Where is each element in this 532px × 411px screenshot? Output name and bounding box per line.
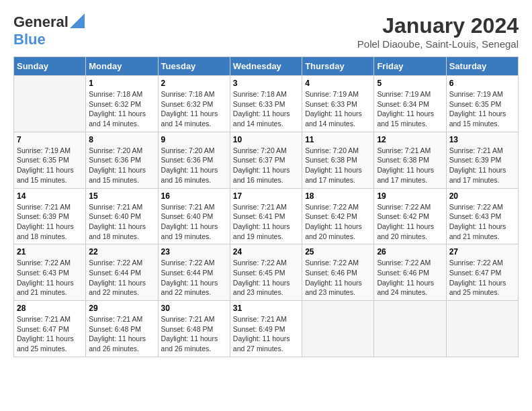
calendar-cell: 23Sunrise: 7:22 AMSunset: 6:44 PMDayligh… bbox=[158, 244, 230, 301]
calendar-week-row: 1Sunrise: 7:18 AMSunset: 6:32 PMDaylight… bbox=[14, 76, 519, 132]
day-info: Sunrise: 7:21 AMSunset: 6:48 PMDaylight:… bbox=[89, 314, 154, 354]
day-info: Sunrise: 7:19 AMSunset: 6:35 PMDaylight:… bbox=[17, 146, 83, 185]
header-sunday: Sunday bbox=[14, 57, 86, 76]
page-header: General Blue January 2024 Polel Diaoube,… bbox=[13, 13, 519, 50]
calendar-cell: 30Sunrise: 7:21 AMSunset: 6:48 PMDayligh… bbox=[158, 301, 230, 357]
calendar-cell: 3Sunrise: 7:18 AMSunset: 6:33 PMDaylight… bbox=[230, 76, 302, 132]
day-info: Sunrise: 7:22 AMSunset: 6:42 PMDaylight:… bbox=[377, 202, 443, 242]
calendar-cell bbox=[14, 76, 86, 132]
day-number: 16 bbox=[161, 191, 227, 201]
day-number: 11 bbox=[305, 135, 371, 144]
calendar-cell: 1Sunrise: 7:18 AMSunset: 6:32 PMDaylight… bbox=[86, 76, 158, 132]
day-info: Sunrise: 7:18 AMSunset: 6:32 PMDaylight:… bbox=[161, 89, 227, 129]
logo-triangle-icon bbox=[70, 13, 85, 31]
calendar-cell: 27Sunrise: 7:22 AMSunset: 6:47 PMDayligh… bbox=[446, 244, 518, 301]
day-number: 4 bbox=[305, 79, 371, 88]
weekday-header-row: Sunday Monday Tuesday Wednesday Thursday… bbox=[14, 57, 519, 76]
day-number: 15 bbox=[89, 191, 154, 201]
day-number: 25 bbox=[305, 247, 371, 257]
day-number: 22 bbox=[89, 247, 154, 257]
calendar-cell: 22Sunrise: 7:22 AMSunset: 6:44 PMDayligh… bbox=[86, 244, 158, 301]
day-info: Sunrise: 7:22 AMSunset: 6:43 PMDaylight:… bbox=[17, 258, 83, 298]
day-info: Sunrise: 7:22 AMSunset: 6:46 PMDaylight:… bbox=[305, 258, 371, 298]
day-info: Sunrise: 7:21 AMSunset: 6:38 PMDaylight:… bbox=[377, 146, 443, 185]
calendar-table: Sunday Monday Tuesday Wednesday Thursday… bbox=[13, 56, 519, 357]
day-info: Sunrise: 7:22 AMSunset: 6:47 PMDaylight:… bbox=[449, 258, 515, 298]
day-info: Sunrise: 7:22 AMSunset: 6:45 PMDaylight:… bbox=[233, 258, 299, 298]
header-tuesday: Tuesday bbox=[158, 57, 230, 76]
logo-blue: Blue bbox=[13, 31, 46, 48]
calendar-cell bbox=[446, 301, 518, 357]
day-info: Sunrise: 7:22 AMSunset: 6:42 PMDaylight:… bbox=[305, 202, 371, 242]
day-info: Sunrise: 7:20 AMSunset: 6:36 PMDaylight:… bbox=[161, 146, 227, 185]
day-number: 17 bbox=[233, 191, 299, 201]
day-number: 30 bbox=[161, 304, 227, 313]
svg-marker-0 bbox=[70, 13, 85, 28]
calendar-cell: 19Sunrise: 7:22 AMSunset: 6:42 PMDayligh… bbox=[374, 188, 446, 244]
day-number: 26 bbox=[377, 247, 443, 257]
calendar-title: January 2024 bbox=[357, 13, 519, 38]
calendar-week-row: 7Sunrise: 7:19 AMSunset: 6:35 PMDaylight… bbox=[14, 132, 519, 188]
header-saturday: Saturday bbox=[446, 57, 518, 76]
calendar-cell bbox=[302, 301, 374, 357]
day-info: Sunrise: 7:20 AMSunset: 6:37 PMDaylight:… bbox=[233, 146, 299, 185]
logo-general: General bbox=[13, 13, 69, 31]
calendar-cell: 11Sunrise: 7:20 AMSunset: 6:38 PMDayligh… bbox=[302, 132, 374, 188]
day-number: 14 bbox=[17, 191, 83, 201]
day-info: Sunrise: 7:22 AMSunset: 6:44 PMDaylight:… bbox=[161, 258, 227, 298]
calendar-cell: 2Sunrise: 7:18 AMSunset: 6:32 PMDaylight… bbox=[158, 76, 230, 132]
day-number: 29 bbox=[89, 304, 154, 313]
day-info: Sunrise: 7:21 AMSunset: 6:48 PMDaylight:… bbox=[161, 314, 227, 354]
day-number: 21 bbox=[17, 247, 83, 257]
day-info: Sunrise: 7:21 AMSunset: 6:41 PMDaylight:… bbox=[233, 202, 299, 242]
day-info: Sunrise: 7:22 AMSunset: 6:44 PMDaylight:… bbox=[89, 258, 154, 298]
calendar-cell: 28Sunrise: 7:21 AMSunset: 6:47 PMDayligh… bbox=[14, 301, 86, 357]
calendar-body: 1Sunrise: 7:18 AMSunset: 6:32 PMDaylight… bbox=[14, 76, 519, 357]
day-info: Sunrise: 7:20 AMSunset: 6:36 PMDaylight:… bbox=[89, 146, 154, 185]
title-block: January 2024 Polel Diaoube, Saint-Louis,… bbox=[357, 13, 519, 50]
day-number: 12 bbox=[377, 135, 443, 144]
calendar-cell: 12Sunrise: 7:21 AMSunset: 6:38 PMDayligh… bbox=[374, 132, 446, 188]
calendar-cell: 24Sunrise: 7:22 AMSunset: 6:45 PMDayligh… bbox=[230, 244, 302, 301]
calendar-cell: 18Sunrise: 7:22 AMSunset: 6:42 PMDayligh… bbox=[302, 188, 374, 244]
day-info: Sunrise: 7:18 AMSunset: 6:33 PMDaylight:… bbox=[233, 89, 299, 129]
day-info: Sunrise: 7:21 AMSunset: 6:49 PMDaylight:… bbox=[233, 314, 299, 354]
calendar-cell: 10Sunrise: 7:20 AMSunset: 6:37 PMDayligh… bbox=[230, 132, 302, 188]
calendar-cell: 13Sunrise: 7:21 AMSunset: 6:39 PMDayligh… bbox=[446, 132, 518, 188]
day-number: 7 bbox=[17, 135, 83, 144]
header-friday: Friday bbox=[374, 57, 446, 76]
calendar-cell: 26Sunrise: 7:22 AMSunset: 6:46 PMDayligh… bbox=[374, 244, 446, 301]
day-info: Sunrise: 7:19 AMSunset: 6:34 PMDaylight:… bbox=[377, 89, 443, 129]
calendar-cell: 14Sunrise: 7:21 AMSunset: 6:39 PMDayligh… bbox=[14, 188, 86, 244]
day-number: 2 bbox=[161, 79, 227, 88]
day-info: Sunrise: 7:19 AMSunset: 6:35 PMDaylight:… bbox=[449, 89, 515, 129]
day-info: Sunrise: 7:21 AMSunset: 6:47 PMDaylight:… bbox=[17, 314, 83, 354]
calendar-cell: 31Sunrise: 7:21 AMSunset: 6:49 PMDayligh… bbox=[230, 301, 302, 357]
day-number: 1 bbox=[89, 79, 154, 88]
day-number: 13 bbox=[449, 135, 515, 144]
calendar-cell: 25Sunrise: 7:22 AMSunset: 6:46 PMDayligh… bbox=[302, 244, 374, 301]
header-wednesday: Wednesday bbox=[230, 57, 302, 76]
day-number: 27 bbox=[449, 247, 515, 257]
calendar-week-row: 28Sunrise: 7:21 AMSunset: 6:47 PMDayligh… bbox=[14, 301, 519, 357]
day-info: Sunrise: 7:21 AMSunset: 6:39 PMDaylight:… bbox=[17, 202, 83, 242]
calendar-cell bbox=[374, 301, 446, 357]
day-number: 5 bbox=[377, 79, 443, 88]
logo-text: General bbox=[13, 13, 85, 31]
day-info: Sunrise: 7:21 AMSunset: 6:40 PMDaylight:… bbox=[161, 202, 227, 242]
calendar-cell: 21Sunrise: 7:22 AMSunset: 6:43 PMDayligh… bbox=[14, 244, 86, 301]
calendar-header: Sunday Monday Tuesday Wednesday Thursday… bbox=[14, 57, 519, 76]
day-info: Sunrise: 7:20 AMSunset: 6:38 PMDaylight:… bbox=[305, 146, 371, 185]
calendar-cell: 6Sunrise: 7:19 AMSunset: 6:35 PMDaylight… bbox=[446, 76, 518, 132]
day-number: 6 bbox=[449, 79, 515, 88]
day-number: 10 bbox=[233, 135, 299, 144]
day-number: 3 bbox=[233, 79, 299, 88]
calendar-subtitle: Polel Diaoube, Saint-Louis, Senegal bbox=[357, 38, 519, 50]
calendar-cell: 5Sunrise: 7:19 AMSunset: 6:34 PMDaylight… bbox=[374, 76, 446, 132]
calendar-week-row: 14Sunrise: 7:21 AMSunset: 6:39 PMDayligh… bbox=[14, 188, 519, 244]
day-info: Sunrise: 7:22 AMSunset: 6:43 PMDaylight:… bbox=[449, 202, 515, 242]
calendar-cell: 7Sunrise: 7:19 AMSunset: 6:35 PMDaylight… bbox=[14, 132, 86, 188]
day-info: Sunrise: 7:21 AMSunset: 6:40 PMDaylight:… bbox=[89, 202, 154, 242]
day-number: 19 bbox=[377, 191, 443, 201]
calendar-cell: 8Sunrise: 7:20 AMSunset: 6:36 PMDaylight… bbox=[86, 132, 158, 188]
